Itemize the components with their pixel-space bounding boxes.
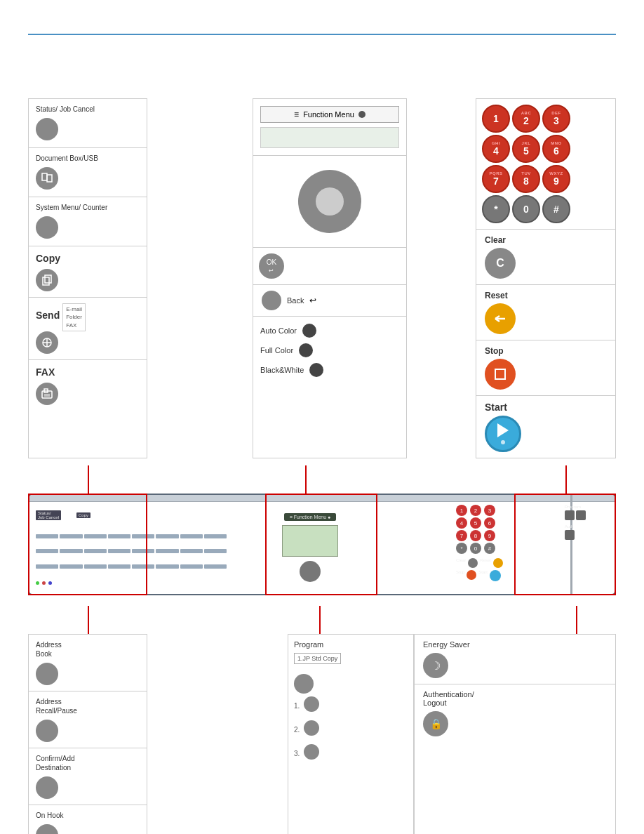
svg-rect-0 — [42, 173, 47, 180]
upper-panels: Status/ Job Cancel Document Box/USB Syst… — [28, 98, 616, 458]
bw-button[interactable] — [309, 363, 323, 377]
start-section: Start — [476, 396, 615, 458]
copy-label: Copy — [36, 252, 60, 265]
program-slot-2-button[interactable] — [304, 696, 319, 712]
machine-key-0[interactable]: 0 — [470, 543, 481, 554]
auto-color-button[interactable] — [302, 324, 316, 338]
key-hash[interactable]: # — [542, 195, 570, 223]
speeddial-key[interactable] — [180, 564, 203, 569]
address-book-button[interactable] — [36, 663, 58, 685]
machine-nav-wheel[interactable] — [300, 561, 321, 582]
nav-wheel[interactable] — [298, 170, 361, 233]
address-recall-button[interactable] — [36, 720, 58, 742]
key-4[interactable]: GHI4 — [482, 135, 510, 163]
clear-button[interactable]: C — [485, 248, 516, 279]
ok-button[interactable]: OK↩ — [259, 253, 284, 279]
speeddial-key[interactable] — [36, 549, 58, 553]
speeddial-key[interactable] — [60, 534, 82, 538]
key-6[interactable]: MNO6 — [542, 135, 570, 163]
on-hook-button[interactable] — [36, 824, 58, 834]
key-1[interactable]: 1 — [482, 105, 510, 133]
speeddial-key[interactable] — [60, 549, 82, 553]
energy-auth-panel: Energy Saver ☽ Authentication/Logout 🔒 — [414, 634, 616, 834]
key-9[interactable]: WXYZ9 — [542, 165, 570, 193]
machine-key-star[interactable]: * — [456, 543, 467, 554]
confirm-add-dest-button[interactable] — [36, 776, 58, 799]
machine-copy-label-sm: Copy — [76, 512, 90, 518]
speeddial-key[interactable] — [156, 564, 178, 569]
speeddial-key[interactable] — [36, 534, 58, 538]
energy-saver-section: Energy Saver ☽ — [415, 635, 615, 684]
key-5[interactable]: JKL5 — [512, 135, 540, 163]
machine-key-2[interactable]: 2 — [470, 505, 481, 516]
display-area — [260, 127, 399, 148]
speeddial-key[interactable] — [204, 549, 227, 553]
machine-key-6[interactable]: 6 — [484, 517, 495, 529]
copy-button[interactable] — [36, 269, 58, 291]
program-button-main[interactable] — [294, 674, 314, 694]
machine-reset-btn[interactable] — [493, 558, 503, 568]
address-recall-section: AddressRecall/Pause — [29, 691, 147, 748]
speeddial-key[interactable] — [36, 564, 58, 569]
status-job-cancel-label: Status/ Job Cancel — [36, 105, 95, 114]
machine-program-area: Program Auth — [562, 502, 611, 593]
speeddial-key[interactable] — [60, 564, 82, 569]
machine-key-1[interactable]: 1 — [456, 505, 467, 516]
program-slot-4-button[interactable] — [304, 744, 319, 760]
send-button[interactable] — [36, 331, 58, 354]
speeddial-key[interactable] — [132, 564, 154, 569]
key-star[interactable]: * — [482, 195, 510, 223]
machine-key-7[interactable]: 7 — [456, 530, 467, 541]
machine-key-hash[interactable]: # — [484, 543, 495, 554]
stop-button[interactable] — [485, 359, 516, 390]
speeddial-key[interactable] — [156, 549, 178, 553]
speeddial-key[interactable] — [204, 534, 227, 538]
key-7[interactable]: PQRS7 — [482, 165, 510, 193]
start-button[interactable] — [485, 416, 521, 452]
key-0[interactable]: 0 — [512, 195, 540, 223]
machine-key-3[interactable]: 3 — [484, 505, 495, 516]
system-menu-counter-button[interactable] — [36, 216, 58, 239]
machine-key-5[interactable]: 5 — [470, 517, 481, 529]
speeddial-key[interactable] — [108, 549, 130, 553]
send-section: Send E-mail Folder FAX — [29, 298, 147, 360]
start-dot — [501, 440, 505, 444]
document-icon — [41, 172, 53, 185]
speeddial-key[interactable] — [204, 564, 227, 569]
machine-stop-btn[interactable] — [467, 570, 476, 580]
fax-button[interactable] — [36, 383, 58, 405]
document-box-usb-button[interactable] — [36, 167, 58, 190]
start-icon — [497, 423, 509, 437]
speeddial-key[interactable] — [156, 534, 178, 538]
machine-energy-btn[interactable] — [576, 510, 586, 520]
speeddial-key[interactable] — [180, 549, 203, 553]
speeddial-key[interactable] — [84, 549, 107, 553]
full-color-button[interactable] — [299, 343, 313, 357]
machine-key-4[interactable]: 4 — [456, 517, 467, 529]
speeddial-key[interactable] — [132, 534, 154, 538]
reset-button[interactable] — [485, 303, 516, 334]
machine-start-btn[interactable] — [490, 570, 501, 581]
speeddial-key[interactable] — [84, 564, 107, 569]
auth-logout-button[interactable]: 🔒 — [423, 711, 448, 736]
fax-label: FAX — [36, 366, 55, 378]
speeddial-key[interactable] — [84, 534, 107, 538]
status-job-cancel-button[interactable] — [36, 118, 58, 140]
machine-key-9[interactable]: 9 — [484, 530, 495, 541]
energy-saver-button[interactable]: ☽ — [423, 653, 448, 678]
function-menu-icon: ≡ — [294, 110, 299, 119]
key-2[interactable]: ABC2 — [512, 105, 540, 133]
speeddial-key[interactable] — [132, 549, 154, 553]
back-button[interactable] — [262, 291, 281, 310]
program-slot-3-button[interactable] — [304, 720, 319, 736]
speeddial-key[interactable] — [180, 534, 203, 538]
machine-prog-btn[interactable] — [565, 510, 575, 520]
machine-key-8[interactable]: 8 — [470, 530, 481, 541]
key-3[interactable]: DEF3 — [542, 105, 570, 133]
speeddial-key[interactable] — [108, 534, 130, 538]
machine-auth-btn[interactable] — [565, 530, 575, 540]
machine-clear-btn[interactable] — [468, 558, 478, 568]
system-menu-counter-section: System Menu/ Counter — [29, 197, 147, 246]
key-8[interactable]: TUV8 — [512, 165, 540, 193]
speeddial-key[interactable] — [108, 564, 130, 569]
